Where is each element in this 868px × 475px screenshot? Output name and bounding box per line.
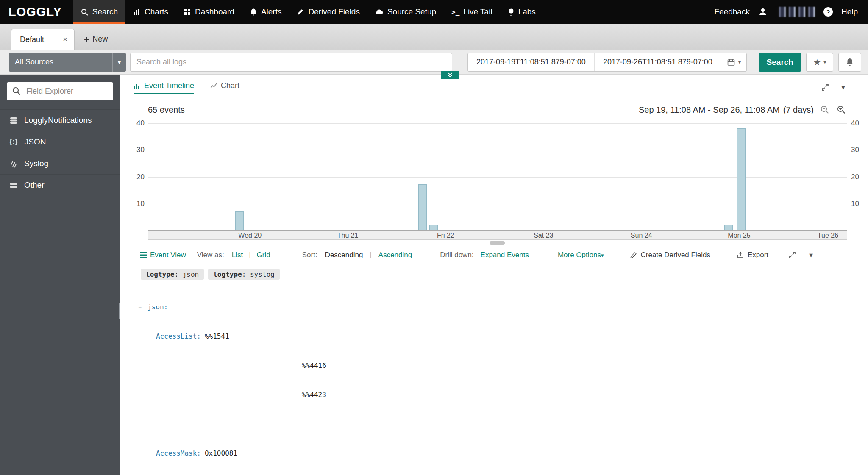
help-link[interactable]: Help (841, 7, 858, 17)
chart-bar[interactable] (724, 225, 733, 230)
disk-stack-icon (9, 116, 18, 125)
log-field-key[interactable]: AccessMask: (156, 449, 201, 457)
nav-item-source-setup[interactable]: Source Setup (367, 0, 444, 24)
logtype-tag[interactable]: logtype: json (141, 269, 204, 280)
search-icon (12, 86, 21, 96)
close-icon[interactable]: × (63, 35, 67, 44)
nav-item-dashboard[interactable]: Dashboard (176, 0, 242, 24)
chevron-down-icon[interactable]: ▾ (809, 251, 813, 259)
chart-bar[interactable] (418, 184, 427, 230)
time-range: Sep 19, 11:08 AM - Sep 26, 11:08 AM (7 d… (639, 105, 847, 115)
y-axis-label: 20 (851, 173, 868, 181)
collapse-icon[interactable]: − (137, 304, 143, 310)
log-line: AccessList:%%1541 (137, 331, 868, 341)
field-explorer-input[interactable] (7, 82, 113, 100)
date-from-field[interactable]: 2017-09-19T11:08:51.879-07:00 (468, 53, 594, 71)
expand-icon[interactable] (788, 251, 796, 259)
main-area: LogglyNotifications {:} JSON Syslog Othe… (0, 75, 868, 475)
event-count: 65 events (148, 105, 185, 115)
alerts-button[interactable] (838, 53, 861, 72)
logtype-tag[interactable]: logtype: syslog (208, 269, 280, 280)
nav-label: Dashboard (195, 7, 234, 17)
nav-item-derived-fields[interactable]: Derived Fields (289, 0, 367, 24)
account-name-redacted[interactable] (776, 7, 815, 17)
chart-bar[interactable] (235, 211, 244, 230)
pencil-icon (630, 251, 637, 259)
nav-item-alerts[interactable]: Alerts (242, 0, 289, 24)
lightbulb-icon (508, 8, 515, 16)
date-to-field[interactable]: 2017-09-26T11:08:51.879-07:00 (594, 53, 721, 71)
sidebar-item-other[interactable]: Other (0, 174, 120, 196)
sidebar-item-label: JSON (25, 137, 46, 147)
double-chevron-down-icon (447, 72, 453, 78)
export-button[interactable]: Export (737, 251, 768, 259)
chevron-down-icon: ▾ (738, 59, 741, 65)
more-options-dropdown[interactable]: More Options▾ (558, 251, 604, 259)
create-derived-fields-button[interactable]: Create Derived Fields (630, 251, 710, 259)
saved-searches-button[interactable]: ★ ▾ (806, 53, 833, 72)
date-picker-button[interactable]: ▾ (721, 53, 747, 71)
sidebar-item-logglynotifications[interactable]: LogglyNotifications (0, 109, 120, 131)
timeline-panel-controls: ▾ (821, 83, 845, 94)
x-axis-label: Fri 22 (437, 232, 454, 239)
view-list-link[interactable]: List (232, 251, 243, 259)
nav-item-search[interactable]: Search (73, 0, 125, 24)
help-icon: ? (823, 7, 833, 17)
collapse-panel-button[interactable] (441, 71, 459, 79)
star-icon: ★ (813, 57, 821, 67)
event-tags: logtype: json logtype: syslog (141, 269, 868, 280)
user-icon[interactable] (758, 7, 768, 17)
line-chart-icon (210, 83, 217, 89)
x-axis-label: Wed 20 (238, 232, 262, 239)
x-axis-label: Sun 24 (631, 232, 652, 239)
source-filter-dropdown[interactable]: All Sources ▾ (9, 53, 126, 72)
tab-chart[interactable]: Chart (210, 81, 239, 94)
log-line: AccessMask:0x100081 (137, 448, 868, 458)
time-range-label: Sep 19, 11:08 AM - Sep 26, 11:08 AM (639, 105, 780, 115)
new-tab-button[interactable]: + New (75, 29, 117, 50)
expand-icon[interactable] (821, 83, 829, 92)
search-button[interactable]: Search (759, 53, 801, 72)
search-query-input[interactable] (130, 53, 452, 72)
x-axis-separator (397, 231, 397, 239)
log-field-key[interactable]: AccessList: (156, 332, 201, 340)
search-icon (81, 8, 89, 16)
log-field-key[interactable]: json: (147, 302, 168, 312)
chevron-down-icon: ▾ (601, 252, 604, 258)
event-view-toolbar: Event View View as: List | Grid Sort: De… (120, 246, 868, 264)
sidebar-item-json[interactable]: {:} JSON (0, 131, 120, 153)
nav-label: Labs (518, 7, 536, 17)
chart-plot: 4040303020201010 (148, 123, 847, 231)
nav-item-labs[interactable]: Labs (500, 0, 543, 24)
search-tab-bar: Default × + New (0, 24, 868, 50)
zoom-out-icon[interactable] (820, 105, 830, 115)
x-axis-label: Mon 25 (728, 232, 750, 239)
bell-icon (250, 8, 257, 16)
chart-bar[interactable] (737, 128, 746, 230)
tab-event-timeline[interactable]: Event Timeline (134, 81, 194, 94)
chart-bar[interactable] (429, 225, 438, 230)
chevron-down-icon[interactable]: ▾ (841, 83, 845, 91)
zoom-in-icon[interactable] (836, 105, 847, 115)
nav-item-charts[interactable]: Charts (125, 0, 176, 24)
feedback-link[interactable]: Feedback (714, 7, 749, 17)
source-filter-value: All Sources (15, 58, 53, 67)
tab-default[interactable]: Default × (11, 29, 75, 50)
view-as-label: View as: (197, 251, 224, 259)
x-axis-separator (691, 231, 691, 239)
bell-icon (846, 58, 854, 67)
nav-right: Feedback ? Help (714, 0, 868, 24)
expand-events-link[interactable]: Expand Events (481, 251, 529, 259)
nav-label: Source Setup (387, 7, 436, 17)
list-view-icon (140, 252, 147, 258)
sort-ascending-link[interactable]: Ascending (378, 251, 412, 259)
loggly-logo[interactable]: LOGGLY (0, 0, 73, 24)
log-tree-root: − json: (137, 302, 868, 312)
sort-descending[interactable]: Descending (325, 251, 363, 259)
nav-item-live-tail[interactable]: >_ Live Tail (444, 0, 500, 24)
chart-scroll-handle[interactable] (490, 241, 505, 245)
field-explorer-sidebar: LogglyNotifications {:} JSON Syslog Othe… (0, 75, 120, 475)
sidebar-item-syslog[interactable]: Syslog (0, 153, 120, 174)
view-grid-link[interactable]: Grid (257, 251, 270, 259)
chart-x-axis: Wed 20Thu 21Fri 22Sat 23Sun 24Mon 25Tue … (148, 231, 847, 240)
